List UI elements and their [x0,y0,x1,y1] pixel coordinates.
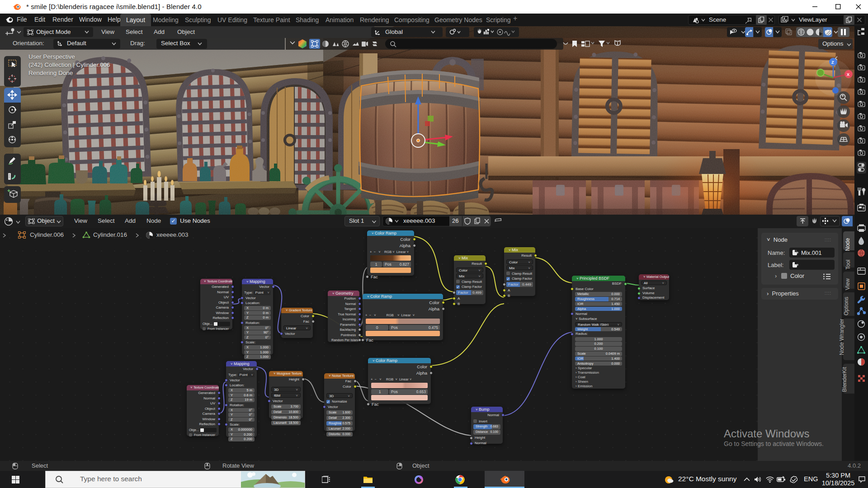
svg-text:Z: Z [831,60,834,65]
svg-text:X: X [847,72,849,77]
